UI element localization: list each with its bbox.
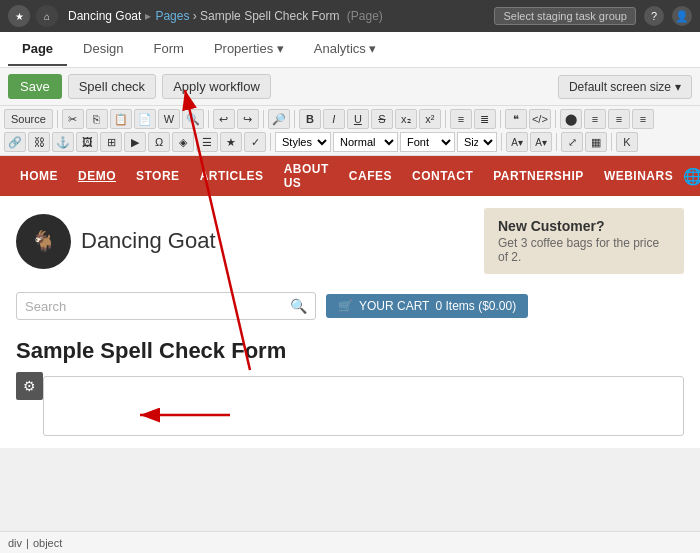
toolbar-separator2 (208, 110, 209, 128)
font-select[interactable]: Font (400, 132, 455, 152)
status-tag2: object (33, 537, 62, 549)
link-button[interactable]: 🔗 (4, 132, 26, 152)
tab-page[interactable]: Page (8, 33, 67, 66)
nav-home[interactable]: HOME (10, 169, 68, 183)
nav-store[interactable]: STORE (126, 169, 190, 183)
nav-about[interactable]: ABOUT US (274, 162, 339, 190)
nav-partnership[interactable]: PARTNERSHIP (483, 169, 594, 183)
align-center-button[interactable]: ≡ (584, 109, 606, 129)
nav-articles[interactable]: ARTICLES (190, 169, 274, 183)
find-button[interactable]: 🔍 (182, 109, 204, 129)
globe-icon[interactable]: 🌐 (683, 167, 700, 186)
redo-button[interactable]: ↪ (237, 109, 259, 129)
text-color-button[interactable]: A▾ (506, 132, 528, 152)
site-nav-right: 🌐 👤 (683, 167, 700, 186)
promo-text: Get 3 coffee bags for the price of 2. (498, 236, 670, 264)
spell-check-button[interactable]: Spell check (68, 74, 156, 99)
paste-word-button[interactable]: W (158, 109, 180, 129)
screen-size-button[interactable]: Default screen size ▾ (558, 75, 692, 99)
breadcrumb-pages[interactable]: Pages (155, 9, 189, 23)
bg-color-button[interactable]: A▾ (530, 132, 552, 152)
size-select[interactable]: Size (457, 132, 497, 152)
tab-properties[interactable]: Properties ▾ (200, 33, 298, 66)
help-icon[interactable]: ? (644, 6, 664, 26)
italic-button[interactable]: I (323, 109, 345, 129)
spell-check-textarea[interactable] (43, 376, 684, 436)
copy-button[interactable]: ⎘ (86, 109, 108, 129)
paste-text-button[interactable]: 📄 (134, 109, 156, 129)
maximize-button[interactable]: ⤢ (561, 132, 583, 152)
home-icon[interactable]: ⌂ (36, 5, 58, 27)
source-button[interactable]: Source (4, 109, 53, 129)
toolbar-separator8 (270, 133, 271, 151)
bold-button[interactable]: B (299, 109, 321, 129)
editor-toolbar-row1: Source ✂ ⎘ 📋 📄 W 🔍 ↩ ↪ 🔎 B I U S x₂ x² ≡… (4, 108, 696, 130)
tab-design[interactable]: Design (69, 33, 137, 66)
widget-button[interactable]: ◈ (172, 132, 194, 152)
search-row: Search 🔍 🛒 YOUR CART 0 Items ($0.00) (0, 286, 700, 326)
styles-select[interactable]: Styles (275, 132, 331, 152)
breadcrumb-type: (Page) (347, 9, 383, 23)
status-separator: | (26, 537, 29, 549)
search-icon: 🔍 (290, 298, 307, 314)
subscript-button[interactable]: x₂ (395, 109, 417, 129)
promo-title: New Customer? (498, 218, 670, 234)
media-button[interactable]: ▶ (124, 132, 146, 152)
promo-banner: New Customer? Get 3 coffee bags for the … (484, 208, 684, 274)
superscript-button[interactable]: x² (419, 109, 441, 129)
search-button[interactable]: 🔎 (268, 109, 290, 129)
page-title: Sample Spell Check Form (16, 338, 684, 364)
toolbar-separator9 (501, 133, 502, 151)
tab-analytics[interactable]: Analytics ▾ (300, 33, 391, 66)
anchor-button[interactable]: ⚓ (52, 132, 74, 152)
screen-size-label: Default screen size (569, 80, 671, 94)
blockquote-button[interactable]: ❝ (505, 109, 527, 129)
star-button[interactable]: ★ (220, 132, 242, 152)
cart-icon: 🛒 (338, 299, 353, 313)
breadcrumb-current: Sample Spell Check Form (200, 9, 339, 23)
undo-button[interactable]: ↩ (213, 109, 235, 129)
top-bar: ★ ⌂ Dancing Goat ▸ Pages › Sample Spell … (0, 0, 700, 32)
table-button[interactable]: ⊞ (100, 132, 122, 152)
search-placeholder: Search (25, 299, 66, 314)
unlink-button[interactable]: ⛓ (28, 132, 50, 152)
align-left-button[interactable]: ⬤ (560, 109, 582, 129)
ordered-list-button[interactable]: ≡ (450, 109, 472, 129)
toolbar-separator3 (263, 110, 264, 128)
apply-workflow-button[interactable]: Apply workflow (162, 74, 271, 99)
toolbar-separator11 (611, 133, 612, 151)
kentico-button[interactable]: K (616, 132, 638, 152)
user-avatar[interactable]: 👤 (672, 6, 692, 26)
nav-demo[interactable]: DEMO (68, 169, 126, 183)
nav-webinars[interactable]: WEBINARS (594, 169, 683, 183)
unordered-list-button[interactable]: ≣ (474, 109, 496, 129)
toolbar-separator10 (556, 133, 557, 151)
list-button[interactable]: ☰ (196, 132, 218, 152)
tab-form[interactable]: Form (140, 33, 198, 66)
logo-circle: 🐐 (16, 214, 71, 269)
site-content: Sample Spell Check Form ⚙ (0, 326, 700, 448)
image-button[interactable]: 🖼 (76, 132, 98, 152)
align-justify-button[interactable]: ≡ (632, 109, 654, 129)
underline-button[interactable]: U (347, 109, 369, 129)
site-name: Dancing Goat (68, 9, 141, 23)
special-char-button[interactable]: Ω (148, 132, 170, 152)
checkbox-button[interactable]: ✓ (244, 132, 266, 152)
search-box[interactable]: Search 🔍 (16, 292, 316, 320)
gear-widget[interactable]: ⚙ (16, 372, 43, 400)
paste-button[interactable]: 📋 (110, 109, 132, 129)
nav-cafes[interactable]: CAFES (339, 169, 402, 183)
align-right-button[interactable]: ≡ (608, 109, 630, 129)
toolbar-separator5 (445, 110, 446, 128)
cart-button[interactable]: 🛒 YOUR CART 0 Items ($0.00) (326, 294, 528, 318)
code-button[interactable]: </> (529, 109, 551, 129)
staging-button[interactable]: Select staging task group (494, 7, 636, 25)
save-button[interactable]: Save (8, 74, 62, 99)
strikethrough-button[interactable]: S (371, 109, 393, 129)
cart-label: YOUR CART (359, 299, 429, 313)
nav-contact[interactable]: CONTACT (402, 169, 483, 183)
cut-button[interactable]: ✂ (62, 109, 84, 129)
site-logo: 🐐 Dancing Goat (16, 214, 216, 269)
format-select[interactable]: Normal (… (333, 132, 398, 152)
show-blocks-button[interactable]: ▦ (585, 132, 607, 152)
